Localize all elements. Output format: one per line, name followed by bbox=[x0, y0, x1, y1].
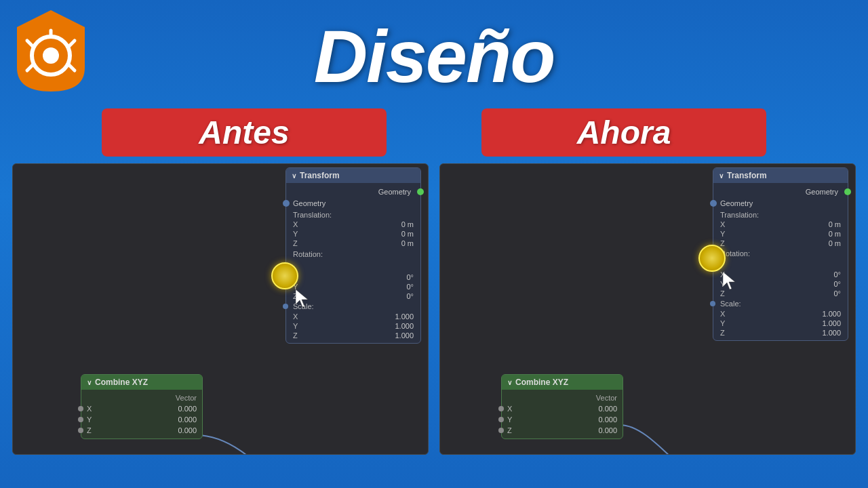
y-dot-right bbox=[498, 417, 504, 422]
trans-y-right: Y0 m bbox=[713, 229, 848, 239]
header: Diseño bbox=[0, 0, 868, 108]
right-panel: ∨ Combine XYZ Vector X 0.000 bbox=[439, 163, 856, 455]
svg-marker-8 bbox=[723, 272, 735, 289]
transform-title-left: Transform bbox=[300, 171, 340, 180]
combine-y-row-left: Y 0.000 bbox=[81, 414, 202, 425]
geometry-dot-right bbox=[844, 188, 851, 195]
geom-in-label-right: Geometry bbox=[720, 199, 753, 207]
combine-x-row-right: X 0.000 bbox=[502, 403, 623, 414]
scale-dot-left bbox=[283, 304, 288, 309]
after-label: Ahora bbox=[481, 108, 766, 157]
z-dot-left bbox=[78, 428, 83, 433]
combine-y-row-right: Y 0.000 bbox=[502, 414, 623, 425]
geom-in-dot-left bbox=[283, 200, 290, 207]
translation-label-left: Translation: bbox=[286, 209, 420, 220]
transform-header-left: ∨ Transform bbox=[286, 168, 420, 183]
chevron-icon-right: ∨ bbox=[507, 379, 512, 386]
x-dot-right bbox=[498, 406, 504, 411]
vector-label-left: Vector bbox=[81, 392, 202, 403]
svg-point-1 bbox=[43, 47, 59, 64]
cursor-circle-left bbox=[271, 262, 298, 289]
scale-y-left: Y1.000 bbox=[286, 321, 420, 331]
geom-in-dot-right bbox=[710, 200, 717, 207]
combine-xyz-header-left: ∨ Combine XYZ bbox=[81, 375, 202, 390]
scale-x-left: X1.000 bbox=[286, 312, 420, 321]
scale-y-right: Y1.000 bbox=[713, 319, 848, 328]
z-dot-right bbox=[498, 428, 504, 433]
cursor-arrow-left bbox=[296, 289, 312, 312]
before-label: Antes bbox=[102, 108, 387, 157]
trans-y-left: Y0 m bbox=[286, 229, 420, 239]
combine-z-row-left: Z 0.000 bbox=[81, 425, 202, 436]
labels-row: Antes Ahora bbox=[0, 108, 868, 157]
panels-row: ∨ Combine XYZ Vector X 0.000 bbox=[0, 163, 868, 455]
geom-in-label-left: Geometry bbox=[293, 199, 326, 207]
combine-z-row-right: Z 0.000 bbox=[502, 425, 623, 436]
vector-label-right: Vector bbox=[502, 392, 623, 403]
geometry-label-right: Geometry bbox=[806, 188, 838, 196]
scale-x-right: X1.000 bbox=[713, 309, 848, 319]
combine-xyz-node-left: ∨ Combine XYZ Vector X 0.000 bbox=[81, 374, 203, 439]
scale-z-right: Z1.000 bbox=[713, 328, 848, 338]
scale-z-left: Z1.000 bbox=[286, 331, 420, 340]
rot-x-left: X0° bbox=[286, 272, 420, 282]
trans-z-right: Z0 m bbox=[713, 239, 848, 248]
trans-z-left: Z0 m bbox=[286, 239, 420, 248]
chevron-transform-icon: ∨ bbox=[292, 172, 296, 180]
combine-xyz-header-right: ∨ Combine XYZ bbox=[502, 375, 623, 390]
y-dot-left bbox=[78, 417, 83, 422]
trans-x-left: X0 m bbox=[286, 220, 420, 229]
geometry-dot-left bbox=[417, 188, 424, 195]
combine-xyz-title-right: Combine XYZ bbox=[515, 378, 568, 387]
trans-x-right: X0 m bbox=[713, 220, 848, 229]
geometry-label-left: Geometry bbox=[378, 188, 411, 196]
rotation-label-left: Rotation: bbox=[286, 248, 420, 259]
chevron-transform-icon-right: ∨ bbox=[719, 172, 724, 180]
combine-xyz-node-right: ∨ Combine XYZ Vector X 0.000 bbox=[501, 374, 623, 439]
svg-marker-7 bbox=[296, 289, 308, 307]
scale-label-right: Scale: bbox=[720, 300, 741, 308]
left-panel: ∨ Combine XYZ Vector X 0.000 bbox=[12, 163, 429, 455]
transform-header-right: ∨ Transform bbox=[713, 168, 848, 183]
scale-dot-right bbox=[710, 301, 715, 306]
combine-xyz-title-left: Combine XYZ bbox=[95, 378, 148, 387]
cursor-circle-right bbox=[698, 245, 726, 272]
cursor-arrow-right bbox=[723, 272, 739, 295]
page-title: Diseño bbox=[314, 13, 555, 99]
transform-title-right: Transform bbox=[727, 171, 767, 180]
blender-logo bbox=[14, 7, 88, 95]
combine-x-row-left: X 0.000 bbox=[81, 403, 202, 414]
transform-node-right: ∨ Transform Geometry Geometry Translatio… bbox=[713, 167, 848, 341]
translation-label-right: Translation: bbox=[713, 209, 848, 220]
transform-node-left: ∨ Transform Geometry Geometry bbox=[285, 167, 421, 344]
main-container: Diseño Antes Ahora ∨ Combine XYZ bbox=[0, 0, 868, 488]
chevron-icon: ∨ bbox=[87, 379, 92, 386]
x-dot-left bbox=[78, 406, 83, 411]
